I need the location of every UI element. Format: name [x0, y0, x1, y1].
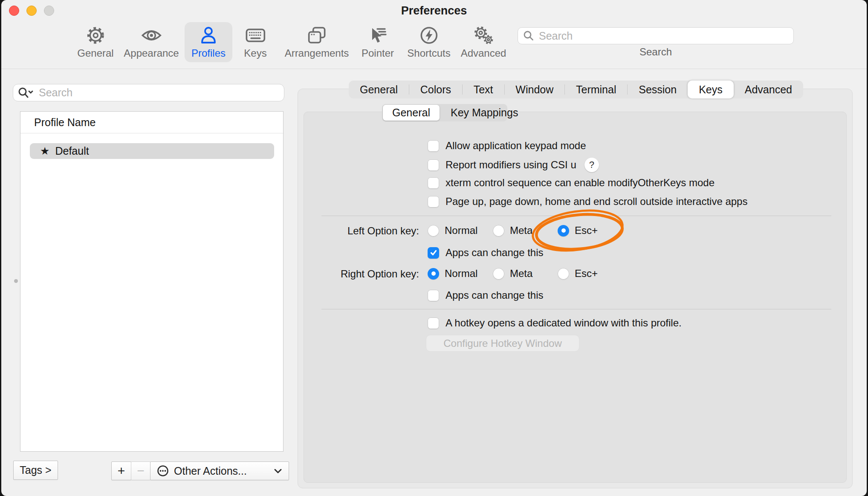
toolbar-item-label: Arrangements [285, 47, 349, 59]
toolbar-item-profiles[interactable]: Profiles [185, 22, 232, 62]
default-star-icon: ★ [40, 145, 49, 157]
splitter-dot [14, 279, 18, 283]
tab-text[interactable]: Text [463, 81, 504, 98]
checkbox-right-apps-can-change[interactable] [428, 290, 439, 301]
profile-search-field[interactable] [13, 84, 284, 101]
checkbox-keypad-mode[interactable] [428, 140, 439, 152]
checkbox-label: xterm control sequence can enable modify… [446, 177, 715, 189]
toolbar-item-keys[interactable]: Keys [237, 22, 273, 62]
radio-group-item: Meta [493, 225, 532, 236]
cursor-icon [368, 26, 388, 45]
checkbox-row: xterm control sequence can enable modify… [428, 177, 715, 189]
checkbox-left-apps-can-change[interactable] [428, 247, 439, 259]
preferences-window: Preferences General Appearance Profiles … [1, 0, 867, 496]
checkbox-row: Report modifiers using CSI u ? [428, 158, 599, 172]
checkbox-row: Apps can change this [428, 247, 544, 259]
gears-icon [473, 26, 494, 45]
tab-general[interactable]: General [349, 81, 409, 98]
toolbar-search-input[interactable] [538, 29, 788, 43]
checkbox-label: Allow application keypad mode [446, 140, 586, 152]
checkbox-page-scroll[interactable] [428, 196, 439, 208]
tags-button[interactable]: Tags > [13, 461, 58, 480]
tab-window[interactable]: Window [504, 81, 564, 98]
checkbox-modify-other-keys[interactable] [428, 177, 439, 189]
radio-group-item: Meta [493, 268, 532, 280]
keys-subtabs: General Key Mappings [382, 104, 507, 121]
radio-label: Normal [445, 268, 477, 280]
radio-group-item: Normal [428, 225, 477, 236]
profile-name: Default [55, 145, 89, 157]
radio-right-meta[interactable] [493, 268, 504, 280]
search-scope-icon [17, 87, 35, 99]
radio-label: Esc+ [575, 268, 598, 280]
toolbar-divider [1, 69, 867, 69]
checkbox-csi-u[interactable] [428, 159, 439, 171]
radio-group-item: Esc+ [558, 268, 598, 280]
window-title: Preferences [1, 4, 867, 17]
radio-label: Normal [445, 225, 477, 236]
annotation-ellipse [529, 209, 631, 257]
toolbar-item-label: Shortcuts [407, 47, 450, 59]
toolbar-item-pointer[interactable]: Pointer [355, 22, 401, 62]
profile-search-input[interactable] [38, 86, 280, 99]
checkbox-row: Page up, page down, home and end scroll … [428, 196, 747, 208]
radio-right-esc[interactable] [558, 268, 569, 280]
screenshot: Preferences General Appearance Profiles … [0, 0, 868, 496]
person-icon [199, 26, 218, 45]
checkbox-row: A hotkey opens a dedicated window with t… [428, 317, 682, 329]
radio-left-normal[interactable] [428, 225, 439, 236]
checkbox-hotkey-window[interactable] [428, 317, 439, 329]
radio-right-normal[interactable] [428, 268, 439, 280]
subtab-general[interactable]: General [383, 105, 440, 121]
other-actions-label: Other Actions... [174, 465, 269, 477]
tab-terminal[interactable]: Terminal [565, 81, 627, 98]
toolbar-item-general[interactable]: General [70, 22, 120, 62]
left-option-label: Left Option key: [291, 225, 419, 237]
toolbar-item-label: Advanced [461, 47, 506, 59]
profile-list: Profile Name ★ Default [20, 111, 284, 452]
tab-advanced[interactable]: Advanced [734, 81, 803, 98]
bolt-circle-icon [419, 26, 439, 45]
profile-list-header: Profile Name [20, 112, 283, 133]
chevron-down-icon [273, 468, 283, 474]
other-actions-dropdown[interactable]: Other Actions... [150, 461, 289, 480]
checkmark-icon [429, 248, 438, 257]
remove-profile-button: − [131, 461, 150, 480]
radio-left-meta[interactable] [493, 225, 504, 236]
toolbar-item-arrangements[interactable]: Arrangements [278, 22, 356, 62]
toolbar-item-label: Keys [244, 47, 266, 59]
toolbar-item-label: Appearance [124, 47, 179, 59]
checkbox-row: Allow application keypad mode [428, 140, 586, 152]
toolbar-item-label: Pointer [362, 47, 394, 59]
profile-tabbar: General Colors Text Window Terminal Sess… [349, 81, 803, 98]
profile-row-default[interactable]: ★ Default [30, 143, 274, 159]
gear-icon [86, 26, 105, 45]
toolbar-item-advanced[interactable]: Advanced [454, 22, 513, 62]
tab-session[interactable]: Session [628, 81, 688, 98]
checkbox-label: Page up, page down, home and end scroll … [446, 196, 747, 208]
tab-keys[interactable]: Keys [688, 81, 734, 98]
subtab-key-mappings[interactable]: Key Mappings [441, 105, 527, 121]
search-icon [523, 30, 534, 41]
checkbox-label: Report modifiers using CSI u [446, 159, 576, 171]
ellipsis-circle-icon [156, 464, 169, 477]
add-profile-button[interactable]: + [111, 461, 131, 480]
checkbox-label: A hotkey opens a dedicated window with t… [446, 317, 682, 329]
keyboard-icon [245, 26, 266, 45]
toolbar-item-label: Profiles [191, 47, 226, 59]
radio-group-item: Normal [428, 268, 477, 280]
right-option-label: Right Option key: [291, 268, 419, 280]
radio-label: Meta [510, 268, 532, 280]
windows-icon [307, 26, 327, 45]
configure-hotkey-window-button: Configure Hotkey Window [426, 335, 579, 352]
toolbar-search-field[interactable] [518, 27, 794, 44]
checkbox-row: Apps can change this [428, 289, 544, 301]
tab-colors[interactable]: Colors [409, 81, 462, 98]
toolbar-item-shortcuts[interactable]: Shortcuts [400, 22, 457, 62]
checkbox-label: Apps can change this [446, 289, 544, 301]
eye-icon [141, 26, 162, 45]
section-divider [321, 309, 831, 309]
toolbar-item-appearance[interactable]: Appearance [117, 22, 185, 62]
toolbar-search-caption: Search [518, 46, 794, 58]
help-button[interactable]: ? [584, 158, 599, 172]
